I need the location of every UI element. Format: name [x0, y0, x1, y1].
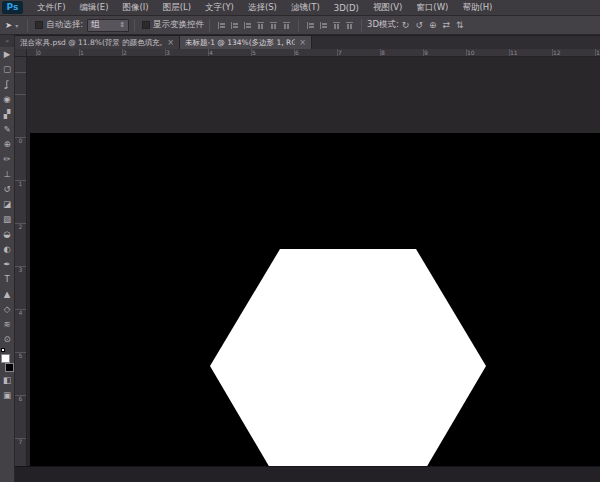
ruler-tick: 5 [250, 49, 293, 56]
menu-select[interactable]: 选择(S) [241, 2, 284, 14]
brush-tool[interactable]: ✏ [0, 152, 15, 167]
foreground-color-swatch[interactable] [1, 354, 10, 363]
hand-tool[interactable]: ≋ [0, 317, 15, 332]
history-brush-tool[interactable]: ↺ [0, 182, 15, 197]
divider [134, 19, 135, 32]
menu-help[interactable]: 帮助(H) [455, 2, 499, 14]
default-colors-icon[interactable] [1, 348, 5, 352]
3d-rotate-icon[interactable]: ↻ [402, 20, 410, 30]
ruler-tick: 7 [336, 49, 379, 56]
auto-select-checkbox[interactable] [35, 21, 43, 29]
ruler-tick: 3 [15, 265, 26, 308]
align-vertical-centers-icon[interactable] [269, 21, 278, 30]
healing-brush-tool[interactable]: ⊕ [0, 137, 15, 152]
move-tool[interactable]: ▶ [0, 47, 15, 62]
align-bottom-edges-icon[interactable] [282, 21, 291, 30]
tools-panel: « ▶ ▢ ʆ ◉ ▞ ✎ ⊕ ✏ ⊥ ↺ ◪ ▨ ◒ ◐ ✒ T ▲ ◇ ≋ … [0, 35, 15, 482]
ruler-tick: 10 [465, 49, 508, 56]
pen-tool[interactable]: ✒ [0, 257, 15, 272]
shape-tool[interactable]: ◇ [0, 302, 15, 317]
3d-slide-icon[interactable]: ⇄ [442, 20, 450, 30]
menu-file[interactable]: 文件(F) [30, 2, 73, 14]
hexagon-shape-layer[interactable] [210, 249, 486, 466]
clone-stamp-tool[interactable]: ⊥ [0, 167, 15, 182]
menu-3d[interactable]: 3D(D) [327, 3, 366, 13]
quick-mask-button[interactable]: ◧ [0, 373, 15, 388]
menu-filter[interactable]: 滤镜(T) [284, 2, 327, 14]
gradient-tool[interactable]: ▨ [0, 212, 15, 227]
ruler-tick: 0 [35, 49, 78, 56]
blur-tool[interactable]: ◒ [0, 227, 15, 242]
ruler-tick: 2 [15, 222, 26, 265]
close-icon[interactable]: × [299, 38, 306, 47]
tab-document-1[interactable]: 混合家具.psd @ 11.8%(背景 的颜色填充, RGB/8#) * × [15, 36, 180, 49]
menu-image[interactable]: 图像(I) [116, 2, 156, 14]
3d-drag-icon[interactable]: ⊕ [429, 20, 437, 30]
horizontal-ruler: 0 1 2 3 4 5 6 7 8 9 10 11 12 13 [27, 49, 600, 57]
align-left-edges-icon[interactable] [217, 21, 226, 30]
ruler-tick: 9 [422, 49, 465, 56]
ruler-tick: 7 [15, 437, 26, 466]
auto-select-label: 自动选择: [46, 19, 83, 31]
ruler-tick: 1 [78, 49, 121, 56]
divider [298, 19, 299, 32]
options-bar: ➤ ▾ 自动选择: 组 ⇕ 显示变换控件 3D模式: ↻ ↺ ⊕ ⇄ ⇅ [0, 16, 600, 35]
close-icon[interactable]: × [167, 38, 174, 47]
ruler-tick: 6 [293, 49, 336, 56]
align-horizontal-centers-icon[interactable] [230, 21, 239, 30]
current-tool-well[interactable]: ➤ ▾ [0, 20, 22, 30]
distribute-vertical-centers-icon[interactable] [345, 21, 354, 30]
vertical-ruler: 0 1 2 3 4 5 6 7 [15, 57, 27, 466]
screen-mode-button[interactable]: ▣ [0, 388, 15, 403]
photoshop-window: { "app": { "logo": "Ps", "title": "Adobe… [0, 0, 600, 482]
distribute-left-edges-icon[interactable] [306, 21, 315, 30]
ruler-tick: 12 [551, 49, 594, 56]
ruler-tick: 8 [379, 49, 422, 56]
dropdown-arrows-icon: ⇕ [119, 21, 125, 29]
document-canvas[interactable] [30, 133, 600, 466]
ruler-tick: 2 [121, 49, 164, 56]
quick-selection-tool[interactable]: ◉ [0, 92, 15, 107]
eraser-tool[interactable]: ◪ [0, 197, 15, 212]
menu-type[interactable]: 文字(Y) [198, 2, 241, 14]
color-swatches [0, 349, 15, 373]
menu-view[interactable]: 视图(V) [366, 2, 409, 14]
show-transform-checkbox[interactable] [142, 21, 150, 29]
lasso-tool[interactable]: ʆ [0, 77, 15, 92]
3d-scale-icon[interactable]: ⇅ [456, 20, 464, 30]
ruler-tick: 11 [508, 49, 551, 56]
distribute-top-edges-icon[interactable] [332, 21, 341, 30]
crop-tool[interactable]: ▞ [0, 107, 15, 122]
type-tool[interactable]: T [0, 272, 15, 287]
move-tool-icon: ➤ [5, 20, 12, 30]
ruler-tick: 0 [15, 136, 26, 179]
pasteboard [27, 57, 600, 466]
path-selection-tool[interactable]: ▲ [0, 287, 15, 302]
tab-title: 混合家具.psd @ 11.8%(背景 的颜色填充, RGB/8#) * [20, 38, 163, 48]
align-right-edges-icon[interactable] [243, 21, 252, 30]
auto-select-dropdown[interactable]: 组 ⇕ [87, 19, 129, 32]
marquee-tool[interactable]: ▢ [0, 62, 15, 77]
ruler-tick: 5 [15, 351, 26, 394]
mode-3d-label: 3D模式: [367, 19, 399, 31]
tab-document-2[interactable]: 未标题-1 @ 134%(多边形 1, RGB/8#) * × [180, 36, 312, 49]
dodge-tool[interactable]: ◐ [0, 242, 15, 257]
chevron-down-icon: ▾ [15, 22, 18, 29]
menu-window[interactable]: 窗口(W) [409, 2, 455, 14]
align-top-edges-icon[interactable] [256, 21, 265, 30]
ruler-tick: 6 [15, 394, 26, 437]
status-bar [15, 466, 600, 482]
3d-roll-icon[interactable]: ↺ [415, 20, 423, 30]
menu-edit[interactable]: 编辑(E) [73, 2, 116, 14]
ruler-corner [15, 49, 27, 57]
divider [27, 19, 28, 32]
menu-layer[interactable]: 图层(L) [156, 2, 198, 14]
toolbar-collapse-button[interactable]: « [0, 35, 14, 47]
zoom-tool[interactable]: ⊙ [0, 332, 15, 347]
distribute-horizontal-centers-icon[interactable] [319, 21, 328, 30]
background-color-swatch[interactable] [5, 363, 14, 372]
eyedropper-tool[interactable]: ✎ [0, 122, 15, 137]
divider [209, 19, 210, 32]
divider [361, 19, 362, 32]
hexagon-shape[interactable] [210, 249, 486, 466]
